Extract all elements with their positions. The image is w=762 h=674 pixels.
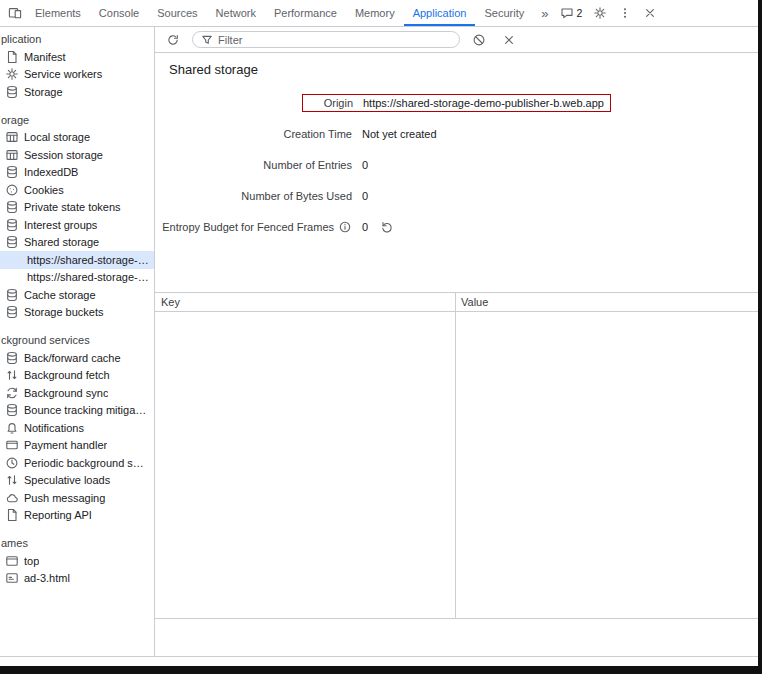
sidebar-item-label: Push messaging [24, 492, 105, 504]
metadata-value: https://shared-storage-demo-publisher-b.… [363, 97, 604, 109]
sidebar-item-label: https://shared-storage-d… [27, 271, 154, 283]
sidebar-item-session-storage[interactable]: Session storage [0, 146, 154, 164]
sidebar-item-label: Storage buckets [24, 306, 104, 318]
devtools-body: plicationManifestService workersStorageo… [0, 27, 758, 656]
sidebar-item-private-state-tokens[interactable]: Private state tokens [0, 199, 154, 217]
updown-icon [5, 368, 19, 382]
sidebar-item-interest-groups[interactable]: Interest groups [0, 216, 154, 234]
sidebar-item-push-messaging[interactable]: Push messaging [0, 489, 154, 507]
metadata-label: Entropy Budget for Fenced Frames [155, 220, 352, 234]
tab-sources[interactable]: Sources [148, 0, 206, 26]
sidebar-item-https-shared-storage-d[interactable]: https://shared-storage-d… [0, 269, 154, 287]
sidebar-item-label: Reporting API [24, 509, 92, 521]
devtools-tab-bar: ElementsConsoleSourcesNetworkPerformance… [0, 0, 758, 27]
sidebar-item-payment-handler[interactable]: Payment handler [0, 437, 154, 455]
clock-icon [5, 456, 19, 470]
sidebar-item-cache-storage[interactable]: Cache storage [0, 286, 154, 304]
database-icon [5, 165, 19, 179]
filter-funnel-icon [200, 33, 214, 47]
window-edge-bottom [0, 666, 762, 674]
sidebar-item-storage[interactable]: Storage [0, 83, 154, 101]
filter-input[interactable] [218, 34, 452, 46]
sidebar-item-bounce-tracking-mitiga[interactable]: Bounce tracking mitiga… [0, 402, 154, 420]
sidebar-item-background-fetch[interactable]: Background fetch [0, 367, 154, 385]
sidebar-item-shared-storage[interactable]: Shared storage [0, 234, 154, 252]
refresh-button[interactable] [162, 31, 184, 49]
application-sidebar: plicationManifestService workersStorageo… [0, 27, 155, 656]
sidebar-item-ad-3-html[interactable]: ad-3.html [0, 570, 154, 588]
sidebar-item-back-forward-cache[interactable]: Back/forward cache [0, 349, 154, 367]
shared-storage-table: KeyValue [155, 292, 758, 619]
bottom-strip [0, 656, 758, 666]
tab-console[interactable]: Console [90, 0, 148, 26]
delete-button[interactable] [498, 31, 520, 49]
metadata-value-group: 0 [362, 218, 758, 236]
metadata-value: Not yet created [362, 128, 758, 140]
metadata-label: Number of Entries [155, 159, 352, 171]
sidebar-section: plicationManifestService workersStorage [0, 29, 154, 101]
sidebar-item-manifest[interactable]: Manifest [0, 48, 154, 66]
more-options-icon[interactable] [614, 4, 636, 22]
inspection-highlight-box: Originhttps://shared-storage-demo-publis… [302, 94, 611, 112]
sidebar-item-background-sync[interactable]: Background sync [0, 384, 154, 402]
sidebar-item-reporting-api[interactable]: Reporting API [0, 507, 154, 525]
database-icon [5, 351, 19, 365]
metadata-row: Originhttps://shared-storage-demo-publis… [155, 94, 758, 112]
metadata-label: Number of Bytes Used [155, 190, 352, 202]
sidebar-item-label: Shared storage [24, 236, 99, 248]
grid-icon [5, 148, 19, 162]
sidebar-item-label: Payment handler [24, 439, 107, 451]
sidebar-item-local-storage[interactable]: Local storage [0, 129, 154, 147]
sidebar-item-label: Manifest [24, 51, 66, 63]
tab-performance[interactable]: Performance [265, 0, 346, 26]
sidebar-item-service-workers[interactable]: Service workers [0, 66, 154, 84]
sidebar-item-speculative-loads[interactable]: Speculative loads [0, 472, 154, 490]
close-devtools-icon[interactable] [639, 4, 661, 22]
console-messages-button[interactable]: 2 [556, 4, 586, 22]
clear-x-icon [502, 33, 516, 47]
table-header-row: KeyValue [155, 293, 758, 312]
sidebar-item-label: Session storage [24, 149, 103, 161]
reset-budget-button[interactable] [376, 218, 398, 236]
sidebar-item-https-shared-storage-d[interactable]: https://shared-storage-d… [0, 251, 154, 269]
metadata-report: Originhttps://shared-storage-demo-publis… [155, 94, 758, 236]
settings-gear-icon[interactable] [589, 4, 611, 22]
sidebar-item-label: Background sync [24, 387, 108, 399]
database-icon [5, 288, 19, 302]
tab-application[interactable]: Application [404, 0, 476, 26]
clear-all-button[interactable] [468, 31, 490, 49]
sidebar-section: orageLocal storageSession storageIndexed… [0, 110, 154, 322]
database-icon [5, 403, 19, 417]
adframe-icon [5, 571, 19, 585]
more-tabs-chevron[interactable]: » [533, 0, 556, 26]
sidebar-item-label: Bounce tracking mitiga… [24, 404, 146, 416]
sidebar-item-notifications[interactable]: Notifications [0, 419, 154, 437]
metadata-row: Entropy Budget for Fenced Frames0 [155, 218, 758, 236]
sidebar-item-label: Notifications [24, 422, 84, 434]
sidebar-item-label: Speculative loads [24, 474, 110, 486]
sidebar-item-periodic-background-s[interactable]: Periodic background s… [0, 454, 154, 472]
sidebar-item-indexeddb[interactable]: IndexedDB [0, 164, 154, 182]
document-icon [5, 508, 19, 522]
sidebar-item-label: Periodic background s… [24, 457, 144, 469]
tab-network[interactable]: Network [207, 0, 265, 26]
database-icon [5, 200, 19, 214]
main-panel: Shared storage Originhttps://shared-stor… [155, 27, 758, 656]
sidebar-item-top[interactable]: top [0, 552, 154, 570]
metadata-value: 0 [362, 190, 758, 202]
sidebar-item-storage-buckets[interactable]: Storage buckets [0, 304, 154, 322]
cloud-icon [5, 491, 19, 505]
page-title: Shared storage [169, 62, 758, 77]
tab-elements[interactable]: Elements [26, 0, 90, 26]
sidebar-item-label: Cookies [24, 184, 64, 196]
grid-icon [5, 130, 19, 144]
database-icon [5, 85, 19, 99]
tab-memory[interactable]: Memory [346, 0, 404, 26]
toggle-device-toolbar-icon[interactable] [4, 0, 26, 26]
sidebar-item-label: https://shared-storage-d… [27, 254, 154, 266]
sidebar-section: ckground servicesBack/forward cacheBackg… [0, 330, 154, 524]
sidebar-item-cookies[interactable]: Cookies [0, 181, 154, 199]
kebab-icon [618, 6, 632, 20]
tab-security[interactable]: Security [475, 0, 533, 26]
info-icon[interactable] [338, 220, 352, 234]
